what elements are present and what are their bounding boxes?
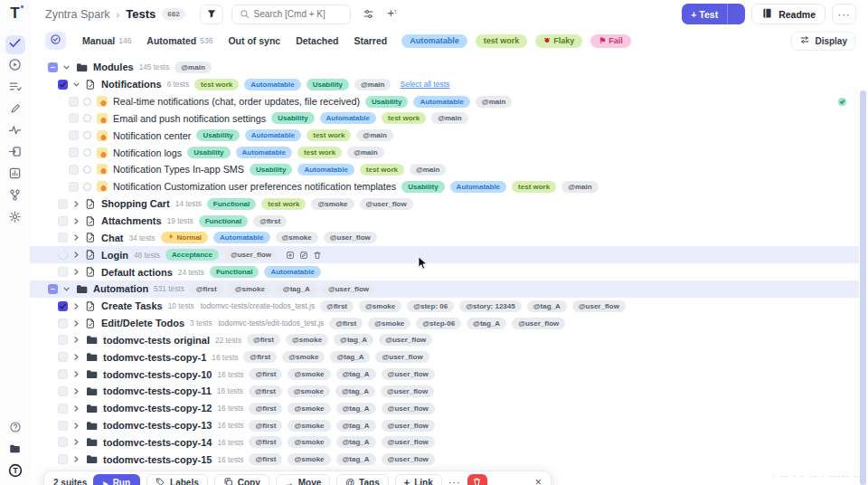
chevron-right-icon[interactable] <box>72 233 80 242</box>
folder-name[interactable]: Modules <box>93 62 134 72</box>
search-box[interactable] <box>231 5 351 24</box>
row-checkbox[interactable] <box>58 319 68 328</box>
labels-button[interactable]: Labels <box>146 474 208 485</box>
suite-row[interactable]: todomvc-tests-copy-1216 tests@first@smok… <box>30 400 859 417</box>
tag-chip[interactable]: @user_flow <box>382 420 435 432</box>
chevron-right-icon[interactable] <box>72 251 80 259</box>
test-row[interactable]: Real-time notifications (chat, order upd… <box>30 93 859 110</box>
suite-name[interactable]: todomvc-tests-copy-12 <box>103 403 212 414</box>
tag-chip[interactable]: @main <box>431 112 467 124</box>
tag-chip[interactable]: @user_flow <box>324 232 377 243</box>
tag-chip[interactable]: @user_flow <box>322 283 375 295</box>
chevron-right-icon[interactable] <box>72 268 80 276</box>
close-bar-button[interactable]: × <box>535 476 542 485</box>
tag-chip[interactable]: @main <box>175 62 211 73</box>
tag-chip[interactable]: @smoke <box>311 198 354 210</box>
suite-name[interactable]: Attachments <box>101 215 162 226</box>
tag-chip[interactable]: @main <box>356 129 392 141</box>
label-chip[interactable]: Automatable <box>320 112 376 124</box>
add-sparkle-icon[interactable] <box>386 8 398 20</box>
suite-name[interactable]: todomvc-tests original <box>103 335 210 346</box>
label-chip[interactable]: test work <box>307 129 351 141</box>
row-checkbox[interactable] <box>58 233 68 242</box>
filter-item-out-of-sync[interactable]: Out of sync <box>228 35 280 46</box>
suite-name[interactable]: Chat <box>101 233 123 243</box>
tag-chip[interactable]: @smoke <box>286 334 328 346</box>
sidebar-item-reports[interactable] <box>5 166 25 185</box>
sidebar-item-plans[interactable] <box>5 79 25 98</box>
sidebar-item-tests[interactable] <box>5 35 25 54</box>
row-checkbox[interactable] <box>58 352 68 362</box>
sidebar-item-runs[interactable] <box>5 57 25 76</box>
suite-name[interactable]: todomvc-tests-copy-11 <box>103 385 212 396</box>
tag-chip[interactable]: @tag_A <box>336 453 376 465</box>
tag-chip[interactable]: @user_flow <box>382 403 435 414</box>
edit-icon[interactable] <box>299 251 308 260</box>
test-name[interactable]: Notification Types In-app SMS <box>113 164 244 175</box>
tag-chip[interactable]: @first <box>190 283 223 295</box>
row-checkbox[interactable] <box>58 267 68 277</box>
filter-item-manual[interactable]: Manual146 <box>82 35 131 46</box>
suite-row[interactable]: Create Tasks10 teststodomvc-tests/create… <box>30 298 859 315</box>
run-button[interactable]: ▶Run <box>93 474 140 485</box>
test-row[interactable]: Notification Types In-app SMSUsabilityAu… <box>30 161 859 178</box>
suite-name[interactable]: Edit/Delete Todos <box>101 318 184 328</box>
row-checkbox[interactable] <box>69 165 79 175</box>
app-logo[interactable]: T <box>0 0 30 27</box>
chevron-right-icon[interactable] <box>72 217 80 225</box>
label-chip[interactable]: Flaky <box>535 34 582 48</box>
tag-chip[interactable]: @first <box>249 436 282 448</box>
move-button[interactable]: →Move <box>276 474 331 485</box>
row-checkbox[interactable] <box>58 199 68 209</box>
label-chip[interactable]: Usability <box>271 112 314 124</box>
test-name[interactable]: Notification center <box>113 130 191 141</box>
label-chip[interactable]: Usability <box>401 181 444 193</box>
tag-chip[interactable]: @first <box>243 351 277 363</box>
test-name[interactable]: Notification Customization user preferen… <box>113 181 396 192</box>
select-all-tests-link[interactable]: Select all tests <box>400 80 449 89</box>
chevron-right-icon[interactable] <box>72 438 80 446</box>
test-row[interactable]: Notification Customization user preferen… <box>30 178 859 195</box>
suite-row[interactable]: Chat34 testsNormalAutomatable@smoke@user… <box>30 229 859 246</box>
row-checkbox[interactable] <box>58 80 68 90</box>
suite-name[interactable]: todomvc-tests-copy-10 <box>103 369 212 380</box>
tag-chip[interactable]: @user_flow <box>512 318 565 329</box>
tag-chip[interactable]: @main <box>476 96 512 108</box>
adjustments-icon[interactable] <box>363 8 374 20</box>
sidebar-item-pulse[interactable] <box>5 122 25 141</box>
tag-chip[interactable]: @user_flow <box>572 300 626 312</box>
row-checkbox[interactable] <box>48 62 58 72</box>
test-row[interactable]: Notification logsUsabilityAutomatabletes… <box>30 144 859 161</box>
chevron-right-icon[interactable] <box>72 404 80 413</box>
filter-item-detached[interactable]: Detached <box>296 35 338 46</box>
label-chip[interactable]: Automatable <box>264 266 320 278</box>
sidebar-item-projects[interactable] <box>5 441 25 460</box>
test-status-circle-icon[interactable] <box>83 114 91 122</box>
folder-row[interactable]: Automation531 tests@first@smoke@tag_A@us… <box>30 281 859 298</box>
tag-chip[interactable]: @smoke <box>229 283 271 295</box>
label-chip[interactable]: Automatable <box>245 129 301 141</box>
tag-chip[interactable]: @story: 12345 <box>459 300 522 312</box>
tags-button[interactable]: @Tags <box>336 474 388 485</box>
label-chip[interactable]: Normal <box>161 232 209 243</box>
suite-name[interactable]: Shopping Cart <box>101 198 170 209</box>
label-chip[interactable]: Usability <box>365 96 408 108</box>
tag-chip[interactable]: @smoke <box>282 351 325 363</box>
tag-chip[interactable]: @user_flow <box>360 198 413 210</box>
suite-row[interactable]: Edit/Delete Todos3 teststodomvc-tests/ed… <box>30 315 859 332</box>
tag-chip[interactable]: @step-06 <box>416 318 461 329</box>
sidebar-item-help[interactable] <box>5 419 25 438</box>
tag-chip[interactable]: @smoke <box>288 436 330 448</box>
row-checkbox[interactable] <box>58 437 68 447</box>
row-checkbox[interactable] <box>58 386 68 396</box>
row-checkbox[interactable] <box>69 130 79 140</box>
sidebar-item-branches[interactable] <box>5 187 25 206</box>
sidebar-item-profile[interactable]: T <box>5 462 25 481</box>
label-chip[interactable]: test work <box>476 34 528 48</box>
tag-chip[interactable]: @smoke <box>288 385 330 397</box>
display-button[interactable]: Display <box>791 32 855 51</box>
tag-chip[interactable]: @first <box>329 318 363 329</box>
tag-chip[interactable]: @smoke <box>288 420 330 432</box>
tag-chip[interactable]: @first <box>247 334 280 346</box>
suite-name[interactable]: Create Tasks <box>101 300 163 311</box>
